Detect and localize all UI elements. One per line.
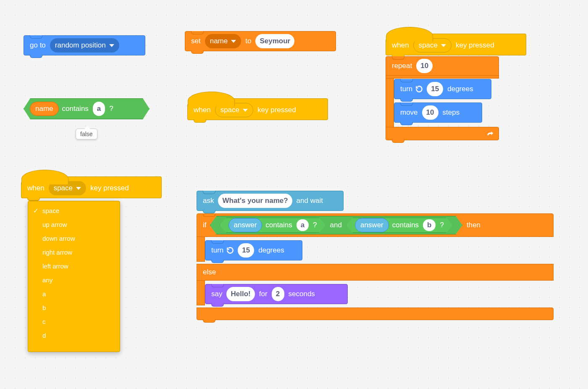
seconds-label: seconds (289, 290, 315, 298)
menu-item-label: a (42, 290, 46, 297)
rotate-ccw-icon (226, 246, 234, 255)
contains-arg-input[interactable]: b (423, 219, 436, 231)
menu-item-b[interactable]: b (28, 301, 120, 315)
contains-boolean-block[interactable]: name contains a ? (24, 98, 150, 119)
menu-item-label: down arrow (42, 235, 75, 242)
when-label: when (27, 184, 45, 192)
and-boolean-block[interactable]: answer contains a ? and answer contains … (210, 216, 462, 234)
key-dropdown-menu[interactable]: ✓space up arrow down arrow right arrow l… (28, 201, 120, 352)
menu-item-left-arrow[interactable]: left arrow (28, 259, 120, 273)
repeat-spine (386, 75, 394, 127)
key-pressed-label: key pressed (257, 106, 296, 114)
degrees-label: degrees (258, 246, 284, 255)
contains-q: ? (109, 105, 113, 113)
contains-q: ? (313, 221, 317, 229)
result-tooltip: false (76, 129, 97, 139)
when-label: when (194, 106, 211, 114)
key-dropdown[interactable]: space (413, 38, 452, 53)
menu-item-space[interactable]: ✓space (28, 204, 120, 218)
caret-down-icon (231, 40, 236, 43)
contains-boolean-block-a[interactable]: answer contains a ? (220, 218, 326, 233)
turn-deg-text: 15 (431, 85, 439, 93)
steps-label: steps (443, 108, 460, 117)
result-tooltip-text: false (80, 131, 93, 137)
menu-item-up-arrow[interactable]: up arrow (28, 218, 120, 231)
else-bar: else (197, 264, 554, 281)
ask-input[interactable]: What's your name? (218, 194, 292, 208)
and-wait-label: and wait (297, 197, 323, 205)
say-for-seconds-block[interactable]: say Hello! for 2 seconds (205, 284, 348, 304)
if-block[interactable]: if answer contains a ? and answer contai (197, 213, 554, 237)
turn-label: turn (211, 246, 223, 255)
key-dropdown[interactable]: space (215, 103, 253, 117)
key-dropdown-open[interactable]: space (49, 181, 86, 195)
move-steps-block[interactable]: move 10 steps (394, 103, 482, 123)
say-label: say (211, 290, 222, 298)
go-to-dropdown[interactable]: random position (50, 38, 119, 53)
if-spine (197, 237, 205, 262)
answer-reporter[interactable]: answer (228, 218, 262, 232)
key-pressed-label: key pressed (90, 184, 129, 192)
contains-arg-text: b (427, 221, 431, 229)
contains-arg-input[interactable]: a (297, 219, 309, 231)
ask-label: ask (203, 197, 214, 205)
turn-deg-input[interactable]: 15 (238, 243, 254, 258)
ask-and-wait-block[interactable]: ask What's your name? and wait (197, 191, 344, 211)
repeat-label: repeat (392, 62, 412, 70)
variable-dropdown[interactable]: name (205, 34, 242, 48)
move-n-input[interactable]: 10 (422, 105, 438, 120)
menu-item-label: c (42, 318, 46, 325)
contains-label: contains (62, 105, 89, 113)
say-sec-input[interactable]: 2 (272, 287, 284, 301)
variable-dropdown-value: name (210, 37, 228, 45)
say-msg-input[interactable]: Hello! (226, 287, 255, 301)
turn-deg-input[interactable]: 15 (427, 82, 443, 96)
to-label: to (245, 37, 251, 45)
move-n-text: 10 (426, 108, 434, 117)
else-spine (197, 280, 205, 305)
repeat-count-input[interactable]: 10 (416, 59, 433, 73)
repeat-count-text: 10 (420, 62, 428, 70)
turn-ccw-block-if[interactable]: turn 15 degrees (205, 240, 302, 260)
turn-ccw-block[interactable]: turn 15 degrees (394, 79, 491, 99)
caret-down-icon (441, 44, 446, 47)
contains-boolean-block-b[interactable]: answer contains b ? (346, 218, 453, 233)
variable-reporter[interactable]: name (30, 102, 59, 116)
menu-item-label: left arrow (42, 263, 68, 270)
menu-item-c[interactable]: c (28, 315, 120, 329)
contains-arg-text: a (97, 105, 101, 113)
caret-down-icon (76, 187, 81, 190)
when-key-hat-block-b[interactable]: when space key pressed (187, 98, 328, 120)
contains-arg-input[interactable]: a (93, 102, 105, 116)
value-input[interactable]: Seymour (255, 34, 294, 48)
when-label: when (392, 41, 409, 50)
rotate-ccw-icon (415, 85, 423, 93)
contains-label: contains (265, 221, 292, 229)
set-variable-block[interactable]: set name to Seymour (185, 31, 336, 51)
repeat-bottom (386, 127, 499, 140)
menu-item-label: b (42, 304, 46, 311)
then-label: then (467, 221, 480, 229)
answer-reporter-text: answer (234, 221, 257, 229)
menu-item-label: space (42, 207, 59, 214)
when-key-hat-block-d[interactable]: when space key pressed (386, 34, 526, 55)
answer-reporter[interactable]: answer (355, 218, 389, 232)
menu-item-right-arrow[interactable]: right arrow (28, 245, 120, 259)
contains-q: ? (440, 221, 444, 229)
loop-arrow-icon (485, 130, 494, 137)
menu-item-label: any (42, 276, 52, 284)
move-label: move (400, 108, 418, 117)
go-to-block[interactable]: go to random position (24, 35, 145, 55)
menu-item-label: right arrow (42, 249, 72, 256)
menu-item-any[interactable]: any (28, 273, 120, 287)
say-sec-text: 2 (276, 290, 280, 298)
contains-arg-text: a (301, 221, 304, 229)
set-label: set (191, 37, 201, 45)
key-pressed-label: key pressed (456, 41, 494, 50)
menu-item-a[interactable]: a (28, 287, 120, 301)
menu-item-d[interactable]: d (28, 329, 120, 342)
repeat-block[interactable]: repeat 10 (386, 56, 499, 76)
when-key-hat-block-c[interactable]: when space key pressed (21, 176, 162, 198)
key-dropdown-value: space (220, 106, 239, 114)
menu-item-down-arrow[interactable]: down arrow (28, 231, 120, 245)
